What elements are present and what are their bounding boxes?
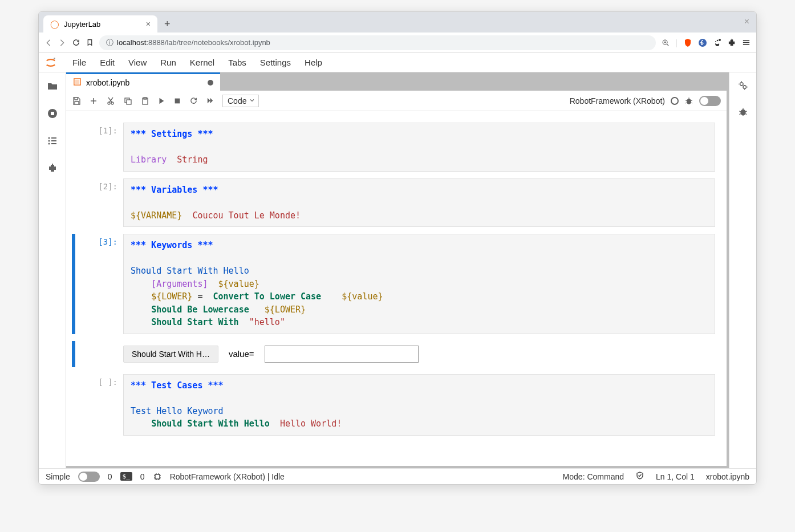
svg-point-11 [54, 58, 55, 59]
svg-point-40 [743, 86, 746, 88]
file-browser-icon[interactable] [47, 80, 58, 92]
cell[interactable]: [ ]:*** Test Cases *** Test Hello Keywor… [72, 374, 715, 436]
terminal-badge-icon[interactable]: $_ [120, 472, 132, 481]
code-editor[interactable]: *** Variables *** ${VARNAME} Coucou Tout… [123, 178, 715, 228]
svg-line-38 [691, 103, 692, 103]
reload-button[interactable] [72, 38, 80, 47]
svg-rect-32 [175, 98, 180, 103]
running-kernels-icon[interactable] [47, 108, 58, 119]
main-area: xrobot.ipynb [66, 72, 729, 468]
stop-button[interactable] [173, 97, 181, 105]
svg-rect-47 [155, 474, 160, 479]
menu-help[interactable]: Help [298, 54, 329, 71]
bookmark-icon[interactable] [86, 39, 94, 46]
property-inspector-icon[interactable] [738, 80, 748, 91]
cell-output-row: Should Start With H…value= [72, 341, 715, 367]
kernel-status-text: RobotFramework (XRobot) | Idle [170, 472, 285, 481]
notebook-tab[interactable]: xrobot.ipynb [66, 72, 220, 91]
svg-point-18 [48, 143, 50, 145]
output-prompt [78, 341, 123, 367]
notebook-tab-label: xrobot.ipynb [86, 78, 129, 87]
menu-settings[interactable]: Settings [253, 54, 298, 71]
cell-prompt: [2]: [78, 178, 123, 228]
cell[interactable]: [1]:*** Settings *** Library String [72, 123, 715, 172]
cursor-position: Ln 1, Col 1 [656, 472, 695, 481]
keyword-run-button[interactable]: Should Start With H… [123, 346, 218, 363]
window-close-icon[interactable]: × [744, 17, 749, 27]
svg-point-5 [719, 39, 721, 41]
cell[interactable]: [3]:*** Keywords *** Should Start With H… [72, 234, 715, 334]
code-editor[interactable]: *** Test Cases *** Test Hello Keyword Sh… [123, 374, 715, 436]
browser-tab[interactable]: ◯ JupyterLab × [43, 15, 157, 33]
cell-body: *** Keywords *** Should Start With Hello… [123, 234, 715, 334]
code-editor[interactable]: *** Keywords *** Should Start With Hello… [123, 234, 715, 334]
menu-icon[interactable] [742, 38, 751, 47]
kernel-name[interactable]: RobotFramework (XRobot) [570, 96, 665, 105]
jupyter-logo-icon[interactable] [44, 56, 57, 69]
run-button[interactable] [157, 97, 165, 105]
debug-toggle[interactable] [699, 96, 721, 106]
gnome-icon[interactable] [713, 38, 722, 47]
browser-toolbar: ⓘ localhost:8888/lab/tree/notebooks/xrob… [39, 33, 756, 53]
kernel-usage-icon[interactable] [153, 472, 162, 481]
right-sidebar [729, 72, 756, 468]
trust-icon[interactable] [635, 471, 644, 482]
browser-window: ◯ JupyterLab × + × ⓘ localhost:8888/lab/… [38, 11, 757, 485]
new-tab-button[interactable]: + [162, 16, 173, 33]
svg-rect-29 [127, 100, 131, 104]
notebook-container: Code RobotFramework (XRobot) [1]:*** Set… [66, 91, 727, 466]
copy-button[interactable] [123, 96, 132, 105]
forward-button[interactable] [58, 39, 66, 47]
cell-type-dropdown[interactable]: Code [222, 95, 259, 107]
svg-point-24 [108, 102, 110, 104]
extensions-icon[interactable] [728, 38, 736, 47]
cell[interactable]: [2]:*** Variables *** ${VARNAME} Coucou … [72, 178, 715, 228]
cell-marker [72, 234, 75, 334]
status-bar: Simple 0 $_ 0 RobotFramework (XRobot) | … [39, 468, 756, 484]
menu-kernel[interactable]: Kernel [183, 54, 221, 71]
terminals-count: 0 [140, 472, 145, 481]
svg-line-46 [745, 113, 747, 114]
open-tabs-count: 0 [108, 472, 112, 481]
paste-button[interactable] [140, 96, 149, 105]
svg-point-16 [48, 140, 50, 142]
brave-shields-icon[interactable] [683, 38, 692, 47]
menu-file[interactable]: File [66, 54, 93, 71]
cell-prompt: [3]: [78, 234, 123, 334]
left-sidebar [39, 72, 66, 468]
close-tab-icon[interactable]: × [146, 19, 151, 29]
code-editor[interactable]: *** Settings *** Library String [123, 123, 715, 172]
kernel-status-icon[interactable] [671, 97, 679, 105]
unsaved-indicator-icon [208, 80, 213, 86]
debug-icon[interactable] [684, 96, 693, 105]
site-info-icon[interactable]: ⓘ [106, 38, 113, 48]
toc-icon[interactable] [47, 135, 58, 147]
extensions-sidebar-icon[interactable] [47, 163, 58, 174]
menu-view[interactable]: View [121, 54, 153, 71]
back-button[interactable] [44, 39, 52, 47]
fedora-icon[interactable] [698, 38, 707, 47]
debugger-sidebar-icon[interactable] [738, 107, 748, 117]
browser-tab-strip: ◯ JupyterLab × + × [39, 12, 756, 33]
save-button[interactable] [72, 96, 81, 105]
menu-edit[interactable]: Edit [93, 54, 121, 71]
notebook-toolbar: Code RobotFramework (XRobot) [66, 91, 727, 111]
address-bar[interactable]: ⓘ localhost:8888/lab/tree/notebooks/xrob… [99, 35, 656, 50]
document-tabs: xrobot.ipynb [66, 72, 729, 91]
notebook-cells[interactable]: [1]:*** Settings *** Library String[2]:*… [66, 111, 727, 466]
svg-line-37 [686, 103, 687, 103]
menu-tabs[interactable]: Tabs [221, 54, 253, 71]
menu-run[interactable]: Run [153, 54, 183, 71]
jupyterlab-app: File Edit View Run Kernel Tabs Settings … [39, 53, 756, 484]
zoom-icon[interactable] [662, 39, 670, 47]
notebook-icon [73, 78, 82, 88]
restart-button[interactable] [189, 96, 198, 105]
svg-point-6 [717, 39, 719, 41]
restart-run-all-button[interactable] [206, 96, 214, 105]
cell-type-select[interactable]: Code [222, 95, 259, 107]
argument-input[interactable] [265, 346, 419, 363]
simple-mode-toggle[interactable] [78, 472, 100, 482]
cut-button[interactable] [106, 96, 115, 105]
svg-point-7 [715, 41, 716, 42]
insert-cell-button[interactable] [89, 96, 98, 105]
